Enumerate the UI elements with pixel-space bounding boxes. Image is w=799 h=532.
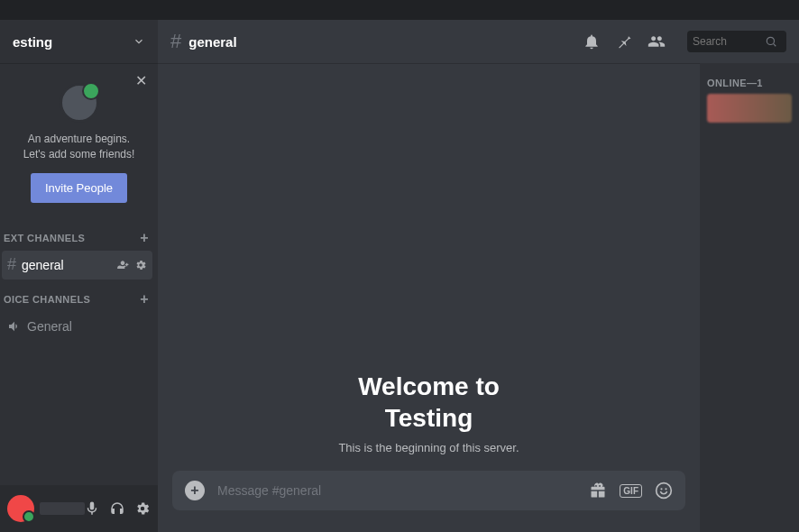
svg-point-4 — [665, 488, 666, 490]
emoji-icon[interactable] — [655, 482, 673, 500]
hash-icon: # — [170, 30, 181, 53]
message-input[interactable] — [217, 483, 576, 498]
chevron-down-icon — [133, 35, 145, 48]
text-channels-header[interactable]: ext channels + — [0, 219, 158, 250]
chat-main: # general — [158, 20, 799, 532]
attach-icon[interactable]: + — [185, 481, 205, 500]
svg-line-1 — [774, 44, 776, 47]
svg-point-3 — [660, 488, 662, 490]
notifications-icon[interactable] — [583, 32, 601, 50]
channel-settings-icon[interactable] — [134, 259, 147, 271]
voice-channels-header[interactable]: oice channels + — [0, 280, 158, 311]
user-avatar[interactable] — [7, 495, 34, 522]
gif-icon[interactable]: GIF — [620, 484, 642, 498]
deafen-icon[interactable] — [109, 500, 125, 517]
user-name — [40, 502, 78, 515]
online-label: ONLINE—1 — [707, 78, 792, 88]
welcome-subtitle: This is the beginning of this server. — [176, 441, 682, 454]
server-dropdown[interactable]: esting — [0, 20, 158, 63]
svg-point-2 — [657, 483, 672, 499]
invite-card: ✕ An adventure begins. Let's add some fr… — [0, 63, 158, 219]
invite-line2: Let's add some friends! — [9, 147, 149, 162]
members-list: ONLINE—1 — [700, 63, 799, 532]
svg-point-0 — [767, 37, 774, 44]
invite-people-button[interactable]: Invite People — [31, 173, 127, 203]
text-channels-label: ext channels — [4, 233, 85, 243]
chat-header: # general — [158, 20, 799, 63]
channel-title: general — [188, 34, 236, 50]
gift-icon[interactable] — [589, 482, 607, 500]
message-area: Welcome to Testing This is the beginning… — [158, 63, 700, 532]
server-name: esting — [13, 34, 52, 50]
welcome-line1: Welcome to — [176, 371, 682, 402]
welcome-block: Welcome to Testing This is the beginning… — [158, 371, 700, 471]
message-composer[interactable]: + GIF — [172, 471, 685, 510]
add-voice-channel-icon[interactable]: + — [140, 291, 149, 307]
voice-channels-label: oice channels — [4, 294, 90, 305]
invite-text: An adventure begins. Let's add some frie… — [9, 132, 149, 162]
close-icon[interactable]: ✕ — [135, 72, 147, 89]
channel-sidebar: esting ✕ An adventure begins. Let's add … — [0, 20, 158, 532]
voice-channel-general[interactable]: General — [2, 312, 152, 341]
voice-channel-name: General — [27, 319, 72, 334]
mute-icon[interactable] — [84, 500, 100, 517]
channel-name: general — [22, 258, 64, 272]
user-settings-icon[interactable] — [134, 500, 151, 517]
pinned-icon[interactable] — [615, 32, 633, 50]
invite-line1: An adventure begins. — [9, 132, 149, 147]
member-item[interactable] — [707, 94, 792, 123]
search-icon — [765, 35, 777, 48]
user-panel — [0, 485, 158, 532]
hash-icon: # — [7, 255, 16, 274]
speaker-icon — [7, 319, 22, 334]
search-box[interactable] — [687, 31, 786, 52]
search-input[interactable] — [693, 35, 765, 48]
window-titlebar — [0, 0, 799, 20]
welcome-line2: Testing — [176, 402, 682, 434]
add-text-channel-icon[interactable]: + — [140, 230, 149, 246]
invite-illustration — [60, 83, 99, 123]
create-invite-icon[interactable] — [116, 259, 129, 271]
members-icon[interactable] — [647, 32, 666, 50]
channel-general[interactable]: # general — [2, 251, 152, 280]
